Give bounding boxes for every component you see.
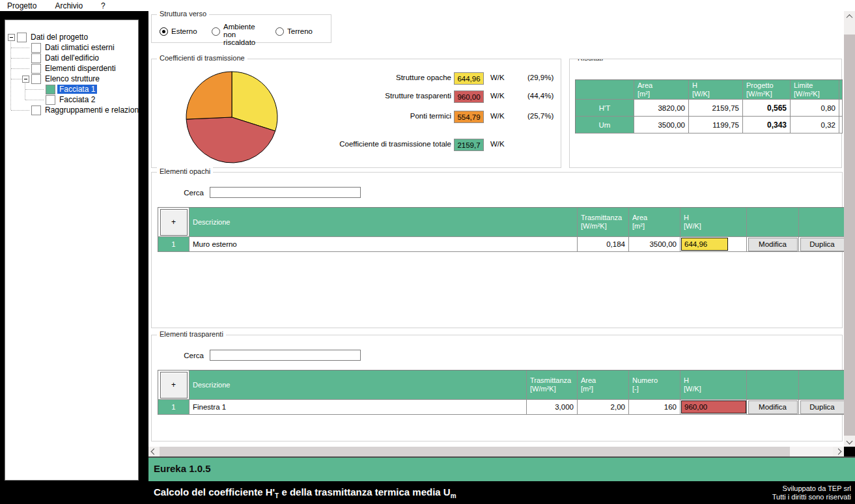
- trasparenti-table: + Descrizione Trasmittanza[W/m²K] Area[m…: [158, 370, 846, 415]
- results-cell-area: 3820,00: [634, 100, 689, 117]
- radio-label[interactable]: Terreno: [287, 27, 313, 35]
- radio-ambiente-non-riscaldato[interactable]: [212, 27, 220, 36]
- menu-help[interactable]: ?: [100, 1, 107, 11]
- trasparenti-cell-numero: 160: [629, 400, 680, 415]
- collapse-icon[interactable]: [22, 76, 29, 83]
- app-version: Eureka 1.0.5: [148, 458, 855, 474]
- coef-percent: (25,7%): [527, 112, 554, 120]
- opachi-header-modifica-col: [747, 208, 799, 237]
- trasparenti-cell-trasmittanza: 3,000: [527, 400, 578, 415]
- coef-label: Strutture opache: [256, 74, 451, 81]
- tree-checkbox[interactable]: [17, 33, 27, 42]
- app-version-bar: Eureka 1.0.5: [148, 456, 855, 481]
- menu-bar: Progetto Archivio ?: [0, 0, 855, 11]
- h-value-highlight: 644,96: [681, 238, 728, 251]
- add-row-button[interactable]: +: [160, 209, 188, 236]
- vertical-scroll-thumb[interactable]: [844, 22, 855, 35]
- tree-checkbox[interactable]: [46, 85, 55, 94]
- tree-item-label[interactable]: Elenco strutture: [43, 74, 102, 83]
- results-cell-sliver: [839, 117, 843, 133]
- radio-esterno[interactable]: [160, 27, 168, 36]
- tree-item: Facciata 2: [5, 94, 139, 105]
- groupbox-title: Risultati: [575, 59, 606, 62]
- coef-unit: W/K: [490, 140, 505, 148]
- scroll-down-icon[interactable]: [844, 436, 855, 447]
- risultati-table: Area[m²] H[W/K] Progetto[W/m²K] Limite[W…: [575, 79, 843, 133]
- tree-item: Dati climatici esterni: [5, 42, 139, 53]
- groupbox-title: Struttura verso: [157, 10, 209, 18]
- search-input-trasparenti[interactable]: [210, 350, 361, 361]
- search-label: Cerca: [176, 189, 204, 197]
- tree-item-label[interactable]: Dati climatici esterni: [43, 43, 117, 52]
- menu-progetto[interactable]: Progetto: [6, 1, 38, 11]
- coef-value-ponti: 554,79: [454, 111, 484, 123]
- tree-item: Elementi disperdenti: [5, 63, 139, 74]
- opachi-cell-trasmittanza: 0,184: [578, 237, 629, 252]
- tree-item-label[interactable]: Elementi disperdenti: [43, 64, 118, 73]
- search-input-opachi[interactable]: [210, 187, 361, 198]
- struttura-verso-groupbox: Struttura verso Esterno Ambiente non ris…: [151, 14, 331, 43]
- scroll-right-icon[interactable]: [833, 447, 844, 456]
- tree-item-label[interactable]: Facciata 1: [57, 85, 97, 94]
- groupbox-title: Elementi opachi: [157, 167, 213, 175]
- tree-item: Facciata 1: [5, 84, 139, 94]
- horizontal-scroll-thumb[interactable]: [160, 447, 790, 456]
- duplica-button[interactable]: Duplica: [800, 400, 845, 414]
- coef-unit: W/K: [490, 74, 505, 81]
- modifica-button[interactable]: Modifica: [748, 400, 798, 414]
- trasparenti-header-h: H[W/K]: [680, 371, 747, 400]
- h-value-highlight: 960,00: [681, 400, 746, 413]
- tree-checkbox[interactable]: [31, 64, 41, 74]
- collapse-icon[interactable]: [8, 34, 15, 41]
- trasparenti-header-duplica-col: [799, 371, 846, 400]
- tree-item-label[interactable]: Facciata 2: [57, 95, 97, 104]
- tree-item: Elenco strutture: [5, 74, 139, 84]
- tree-item-label[interactable]: Dati del progetto: [29, 33, 90, 42]
- trasparenti-header-trasmittanza: Trasmittanza[W/m²K]: [527, 371, 578, 400]
- radio-terreno[interactable]: [275, 27, 284, 36]
- opachi-header-trasmittanza: Trasmittanza[W/m²K]: [578, 208, 629, 237]
- results-header-h: H[W/K]: [689, 80, 743, 100]
- scroll-left-icon[interactable]: [148, 447, 160, 456]
- tree-item-label[interactable]: Dati dell'edificio: [43, 53, 101, 63]
- vertical-scrollbar[interactable]: [844, 11, 855, 447]
- results-cell-limite: 0,32: [791, 117, 839, 133]
- tree-checkbox[interactable]: [31, 74, 41, 84]
- opachi-header-h: H[W/K]: [680, 208, 747, 237]
- radio-label[interactable]: Esterno: [171, 27, 197, 35]
- trasparenti-cell-h: 960,00: [680, 400, 747, 415]
- results-header-limite: Limite[W/m²K]: [791, 80, 839, 100]
- tree-checkbox[interactable]: [31, 53, 41, 63]
- trasparenti-header-descrizione: Descrizione: [189, 371, 527, 400]
- duplica-button[interactable]: Duplica: [800, 238, 845, 251]
- coef-value-totale: 2159,7: [454, 139, 484, 151]
- results-cell-progetto: 0,565: [743, 100, 791, 117]
- opachi-header-descrizione: Descrizione: [189, 208, 578, 237]
- results-header-area: Area[m²]: [634, 80, 689, 100]
- coef-value-trasparenti: 960,00: [454, 91, 484, 103]
- tree-checkbox[interactable]: [46, 95, 55, 105]
- opachi-header-area: Area[m²]: [629, 208, 680, 237]
- tree-checkbox[interactable]: [31, 105, 41, 115]
- scroll-up-icon[interactable]: [844, 11, 855, 22]
- radio-label[interactable]: Ambiente non riscaldato: [223, 23, 264, 46]
- opachi-cell-duplica: Duplica: [799, 237, 846, 252]
- search-label: Cerca: [176, 352, 204, 359]
- trasparenti-header-numero: Numero[-]: [629, 371, 680, 400]
- results-cell-limite: 0,80: [791, 100, 839, 117]
- results-cell-progetto: 0,343: [743, 117, 791, 133]
- horizontal-scrollbar[interactable]: [148, 447, 844, 456]
- menu-archivio[interactable]: Archivio: [53, 1, 84, 11]
- modifica-button[interactable]: Modifica: [748, 238, 798, 251]
- add-row-button[interactable]: +: [160, 372, 188, 399]
- results-cell-h: 2159,75: [689, 100, 743, 117]
- results-header-empty: [576, 80, 634, 100]
- results-row-label: Um: [576, 117, 634, 133]
- groupbox-title: Elementi trasparenti: [157, 330, 226, 338]
- results-cell-sliver: [839, 100, 843, 117]
- tree-checkbox[interactable]: [31, 43, 41, 53]
- row-number: 1: [158, 400, 189, 415]
- opachi-cell-modifica: Modifica: [747, 237, 799, 252]
- tree-item-label[interactable]: Raggruppamenti e relazione: [43, 105, 145, 115]
- results-cell-area: 3500,00: [634, 117, 689, 133]
